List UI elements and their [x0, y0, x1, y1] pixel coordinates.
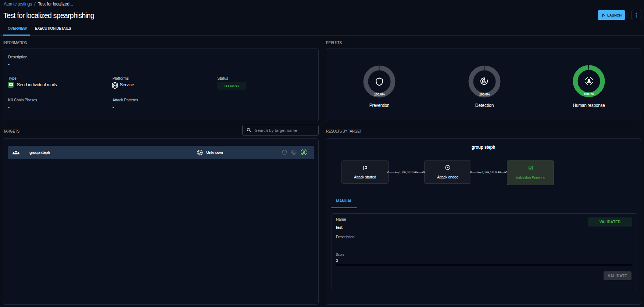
svg-text:May 2, 2024, 5:13:29 PM: May 2, 2024, 5:13:29 PM — [477, 171, 501, 174]
svg-text:May 2, 2024, 5:13:29 PM: May 2, 2024, 5:13:29 PM — [395, 171, 418, 174]
